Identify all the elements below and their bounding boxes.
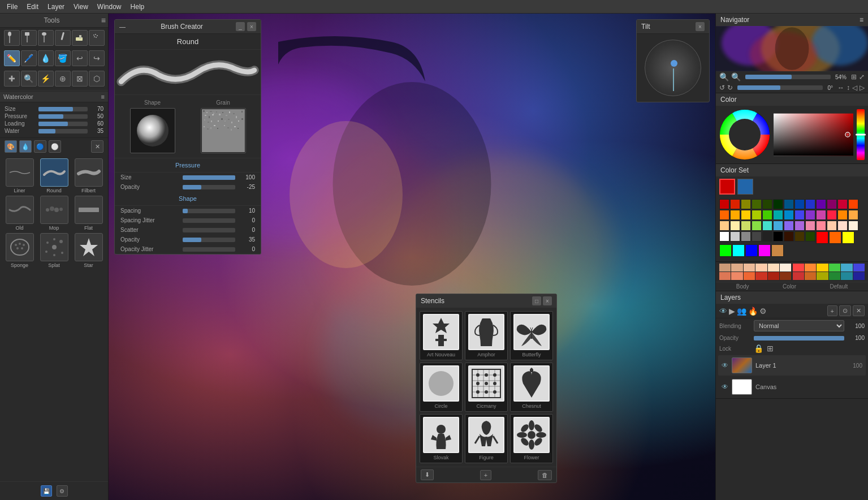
stencil-chesnut[interactable]: Chesnut [510, 363, 553, 412]
pressure-slider[interactable] [38, 114, 88, 119]
brush-liner[interactable]: Liner [3, 158, 36, 193]
layer-1-vis-icon[interactable]: 👁 [722, 361, 728, 369]
layer-row-1[interactable]: 👁 Layer 1 100 [718, 355, 866, 376]
zoom-slider[interactable] [745, 75, 831, 79]
mini-swatch2[interactable] [793, 264, 804, 271]
palette-tab-color[interactable]: Color [783, 283, 796, 290]
color-wheel-svg[interactable] [719, 109, 770, 160]
swatch-44[interactable] [773, 231, 783, 242]
stencils-close-btn[interactable]: × [543, 296, 552, 305]
nav-extra2[interactable]: ▷ [860, 84, 865, 92]
swatch-19[interactable] [784, 210, 794, 220]
brush-star[interactable]: Star [72, 233, 105, 268]
swatch-23[interactable] [827, 210, 837, 220]
mini-swatch2[interactable] [841, 264, 852, 271]
shape-opacity-slider[interactable] [183, 238, 235, 242]
stencil-circle[interactable]: Circle [420, 363, 463, 412]
swatch-9[interactable] [816, 199, 826, 209]
zoom-out-icon[interactable]: 🔍 [719, 72, 729, 81]
swatch-30[interactable] [762, 221, 772, 231]
swatch-34[interactable] [805, 221, 815, 231]
mini-swatch[interactable] [755, 264, 767, 271]
nav-extra1[interactable]: ◁ [852, 84, 857, 92]
mini-swatch2[interactable] [829, 264, 840, 271]
swatch-21[interactable] [805, 210, 815, 220]
layer-opacity-slider[interactable] [754, 336, 844, 340]
tool-brush-flat[interactable] [21, 30, 37, 46]
wet-mode-btn[interactable]: 💧 [19, 140, 32, 153]
light-dropper-btn[interactable]: ⚪ [49, 140, 61, 153]
pressure-size-slider[interactable] [183, 175, 235, 180]
swatch-20[interactable] [794, 210, 805, 220]
swatch-7[interactable] [794, 199, 805, 209]
layer-settings-icon[interactable]: ⚙ [759, 307, 767, 316]
zoom-in-icon[interactable]: 🔍 [731, 72, 741, 81]
canvas-vis-icon[interactable]: 👁 [722, 383, 728, 391]
mirror-h-btn[interactable]: ↔ [837, 84, 844, 92]
canvas-row[interactable]: 👁 Canvas [718, 377, 866, 397]
swatch-magenta[interactable] [758, 244, 771, 257]
tool-eraser[interactable] [72, 30, 88, 46]
tilt-circle[interactable] [645, 40, 701, 96]
stencil-add-btn[interactable]: + [480, 470, 491, 480]
swatch-14[interactable] [730, 210, 740, 220]
tool-move[interactable]: ✚ [4, 71, 20, 87]
swatch-15[interactable] [741, 210, 751, 220]
scatter-slider[interactable] [183, 228, 235, 232]
mini-swatch[interactable] [744, 272, 755, 280]
grain-thumb[interactable] [201, 108, 246, 153]
stencil-import-btn[interactable]: ⬇ [421, 469, 434, 480]
brush-filbert[interactable]: Filbert [72, 158, 105, 193]
brush-round[interactable]: Round [38, 158, 70, 193]
swatch-41[interactable] [741, 231, 751, 242]
swatch-red[interactable] [816, 231, 828, 244]
brush-mop[interactable]: Mop [38, 196, 70, 231]
settings-btn[interactable]: ⚙ [57, 485, 68, 497]
watercolor-menu[interactable]: ≡ [101, 93, 105, 100]
swatch-blue[interactable] [745, 244, 758, 257]
swatch-yellow[interactable] [842, 231, 854, 244]
swatch-33[interactable] [794, 221, 805, 231]
swatch-46[interactable] [794, 231, 805, 242]
copy-layer-btn[interactable]: ⊙ [839, 305, 851, 316]
swatch-10[interactable] [827, 199, 837, 209]
tool-lasso[interactable]: ⬡ [89, 71, 105, 87]
stencil-cicmany[interactable]: Cicmany [465, 363, 508, 412]
tool-fill[interactable]: 🪣 [55, 50, 71, 66]
mini-swatch[interactable] [731, 264, 742, 271]
water-slider[interactable] [38, 129, 88, 133]
fullscreen-btn[interactable]: ⤢ [859, 73, 865, 81]
tool-spray[interactable] [89, 30, 105, 46]
swatch-18[interactable] [773, 210, 783, 220]
tilt-header[interactable]: Tilt × [637, 20, 709, 34]
stencil-art-nouveau[interactable]: Art Nouveau [420, 311, 463, 360]
blend-select[interactable]: Normal Multiply Screen Overlay [754, 320, 844, 331]
layer-fx-icon[interactable]: 🔥 [748, 307, 758, 316]
swatch-47[interactable] [805, 231, 815, 242]
tools-collapse[interactable]: ≡ [101, 16, 106, 25]
mini-swatch2[interactable] [817, 272, 828, 280]
menu-window[interactable]: Window [93, 2, 126, 12]
swatch-25[interactable] [848, 210, 858, 220]
mini-swatch[interactable] [755, 272, 767, 280]
mini-swatch2[interactable] [853, 272, 865, 280]
mini-swatch[interactable] [780, 264, 791, 271]
stencil-delete-btn[interactable]: 🗑 [538, 470, 552, 480]
tool-smudge[interactable]: ⚡ [38, 71, 54, 87]
swatch-39[interactable] [719, 231, 729, 242]
nav-thumbnail[interactable] [716, 26, 868, 71]
save-btn[interactable]: 💾 [41, 485, 52, 497]
brush-sponge[interactable]: Sponge [3, 233, 36, 268]
layer-vis-icon[interactable]: 👁 [719, 307, 727, 316]
panel-minimize-btn[interactable]: _ [236, 22, 245, 31]
pressure-opacity-slider[interactable] [183, 185, 235, 189]
mini-swatch[interactable] [768, 272, 779, 280]
brush-old[interactable]: Old [3, 196, 36, 231]
menu-layer[interactable]: Layer [43, 2, 69, 12]
swatch-38[interactable] [848, 221, 858, 231]
swatch-31[interactable] [773, 221, 783, 231]
swatch-5[interactable] [773, 199, 783, 209]
stencil-butterfly[interactable]: Butterfly [510, 311, 553, 360]
swatch-green[interactable] [719, 244, 732, 257]
brush-splat[interactable]: Splat [38, 233, 70, 268]
